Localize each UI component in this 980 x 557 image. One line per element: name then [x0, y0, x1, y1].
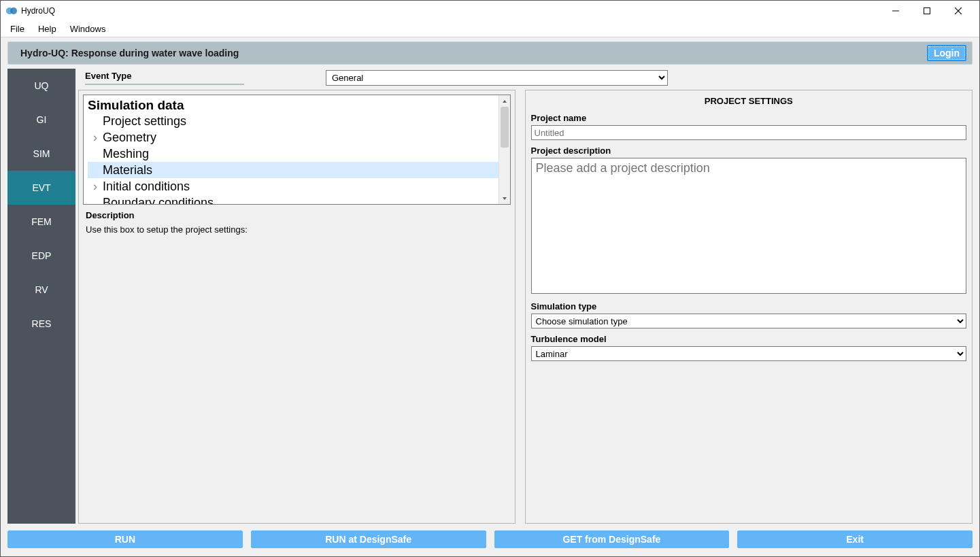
nav-uq[interactable]: UQ — [7, 69, 75, 103]
minimize-button[interactable] — [880, 1, 911, 21]
turb-label: Turbulence model — [531, 334, 967, 344]
tree-box: Simulation data Project settings Geometr… — [83, 95, 511, 205]
menu-help[interactable]: Help — [31, 22, 63, 35]
login-button[interactable]: Login — [927, 45, 966, 61]
tree-initial-conditions[interactable]: Initial conditions — [88, 178, 510, 195]
menubar: File Help Windows — [1, 21, 979, 37]
settings-title: PROJECT SETTINGS — [531, 95, 967, 113]
nav-sim[interactable]: SIM — [7, 137, 75, 171]
event-type-label: Event Type — [85, 71, 244, 81]
window-title: HydroUQ — [21, 6, 880, 16]
scroll-thumb[interactable] — [501, 107, 509, 148]
tree-project-settings[interactable]: Project settings — [88, 113, 510, 129]
project-name-input[interactable] — [531, 125, 967, 140]
titlebar: HydroUQ — [1, 1, 979, 21]
maximize-button[interactable] — [911, 1, 943, 21]
sim-type-label: Simulation type — [531, 301, 967, 311]
side-nav: UQ GI SIM EVT FEM EDP RV RES — [7, 69, 75, 524]
description-label: Description — [86, 210, 508, 220]
tree-scrollbar[interactable] — [499, 95, 510, 204]
sim-type-select[interactable]: Choose simulation type — [531, 314, 967, 328]
event-type-select[interactable]: General — [326, 70, 668, 86]
bottom-bar: RUN RUN at DesignSafe GET from DesignSaf… — [1, 524, 979, 556]
project-desc-label: Project description — [531, 146, 967, 156]
nav-rv[interactable]: RV — [7, 273, 75, 307]
scroll-down-icon[interactable] — [499, 192, 510, 204]
project-desc-input[interactable] — [531, 158, 967, 294]
tree-root[interactable]: Simulation data — [88, 98, 510, 113]
project-name-label: Project name — [531, 113, 967, 123]
tree-boundary-conditions[interactable]: Boundary conditions — [88, 195, 510, 205]
scroll-up-icon[interactable] — [499, 95, 510, 107]
get-designsafe-button[interactable]: GET from DesignSafe — [494, 530, 730, 548]
nav-evt[interactable]: EVT — [7, 171, 75, 205]
nav-res[interactable]: RES — [7, 307, 75, 341]
run-button[interactable]: RUN — [7, 530, 243, 548]
left-panel: Simulation data Project settings Geometr… — [78, 90, 516, 524]
turb-select[interactable]: Laminar — [531, 346, 967, 361]
nav-edp[interactable]: EDP — [7, 239, 75, 273]
event-type-underline — [85, 84, 244, 85]
menu-windows[interactable]: Windows — [63, 22, 113, 35]
tree-meshing[interactable]: Meshing — [88, 146, 510, 162]
menu-file[interactable]: File — [3, 22, 31, 35]
page-title: Hydro-UQ: Response during water wave loa… — [20, 48, 927, 58]
run-designsafe-button[interactable]: RUN at DesignSafe — [251, 530, 486, 548]
tree-geometry[interactable]: Geometry — [88, 129, 510, 146]
svg-rect-3 — [924, 8, 930, 14]
nav-gi[interactable]: GI — [7, 103, 75, 137]
close-button[interactable] — [943, 1, 974, 21]
header-bar: Hydro-UQ: Response during water wave loa… — [7, 41, 973, 65]
exit-button[interactable]: Exit — [737, 530, 973, 548]
tree-materials[interactable]: Materials — [88, 162, 499, 178]
app-icon — [6, 5, 17, 16]
svg-point-1 — [10, 7, 17, 14]
right-panel: PROJECT SETTINGS Project name Project de… — [525, 90, 973, 524]
nav-fem[interactable]: FEM — [7, 205, 75, 239]
description-text: Use this box to setup the project settin… — [86, 224, 508, 235]
